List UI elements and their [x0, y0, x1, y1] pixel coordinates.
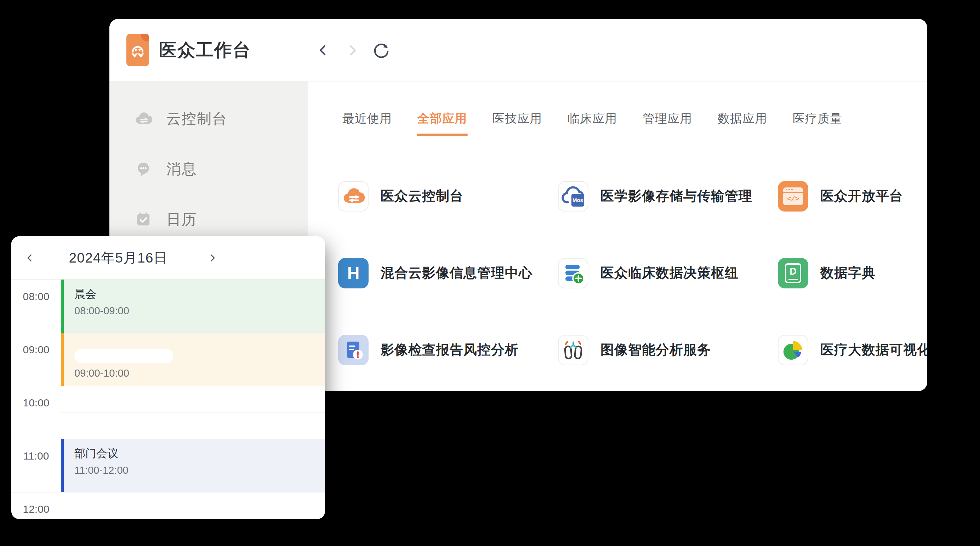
tab-recent[interactable]: 最近使用 — [342, 103, 392, 135]
tile-letter: D — [789, 266, 797, 277]
tab-management-apps[interactable]: 管理应用 — [643, 103, 692, 135]
cloud-console-icon — [135, 110, 152, 128]
cloud-sliders-icon — [342, 185, 365, 208]
desktop-background: 医众工作台 — [0, 0, 980, 546]
redacted-title-pill — [74, 349, 173, 363]
content-area: 最近使用 全部应用 医技应用 临床应用 管理应用 数据应用 医疗质量 — [309, 81, 927, 391]
forward-button[interactable] — [344, 42, 361, 59]
tab-data-apps[interactable]: 数据应用 — [718, 103, 767, 135]
app-logo-icon — [126, 34, 149, 66]
back-button[interactable] — [315, 42, 332, 59]
app-image-ai-analysis[interactable]: 图像智能分析服务 — [558, 311, 778, 388]
app-data-dictionary[interactable]: D 数据字典 — [778, 235, 927, 311]
letter-h-icon: H — [338, 258, 369, 288]
sidebar-item-label: 日历 — [166, 210, 197, 229]
event-time: 08:00-09:00 — [74, 305, 325, 317]
app-label: 数据字典 — [820, 264, 875, 282]
app-open-platform[interactable]: </> 医众开放平台 — [778, 158, 927, 235]
refresh-icon — [373, 42, 390, 59]
event-redacted[interactable]: 09:00-10:00 — [61, 333, 325, 386]
calendar-check-icon — [135, 211, 152, 228]
calendar-next-button[interactable] — [202, 236, 222, 279]
calendar-panel: 2024年5月16日 08:00 09:00 10:00 11:00 12:00 — [11, 236, 325, 519]
app-label: 影像检查报告风控分析 — [380, 341, 519, 359]
app-hybrid-cloud-center[interactable]: H 混合云影像信息管理中心 — [338, 235, 558, 311]
robot-face-icon — [128, 40, 148, 60]
event-morning-meeting[interactable]: 晨会 08:00-09:00 — [61, 279, 325, 333]
app-label: 医疗大数据可视化 — [820, 341, 927, 359]
chevron-right-icon — [207, 252, 218, 264]
calendar-row-1200: 12:00 — [11, 492, 325, 519]
half-hour-gridline — [61, 412, 325, 413]
nav-controls — [315, 19, 390, 81]
event-title: 晨会 — [74, 287, 325, 302]
calendar-date: 2024年5月16日 — [44, 236, 192, 279]
app-label: 医学影像存储与传输管理 — [600, 187, 752, 205]
time-label: 10:00 — [11, 397, 61, 409]
tab-all-apps[interactable]: 全部应用 — [417, 103, 467, 135]
calendar-prev-button[interactable] — [20, 236, 40, 279]
tab-medtech-apps[interactable]: 医技应用 — [493, 103, 542, 135]
refresh-button[interactable] — [373, 42, 390, 59]
sidebar-item-label: 消息 — [166, 160, 197, 179]
mos-badge: Mos — [571, 194, 584, 207]
sidebar-item-label: 云控制台 — [166, 109, 227, 129]
event-time: 09:00-10:00 — [74, 367, 325, 379]
lungs-ai-icon — [562, 339, 584, 361]
app-big-data-visualization[interactable]: 医疗大数据可视化 — [778, 311, 927, 388]
chevron-right-icon — [345, 43, 360, 58]
app-title: 医众工作台 — [159, 38, 251, 62]
sidebar-item-cloud-console[interactable]: 云控制台 — [110, 94, 309, 144]
time-label: 11:00 — [11, 450, 61, 462]
calendar-body: 08:00 09:00 10:00 11:00 12:00 晨会 08:00-0… — [11, 279, 325, 519]
tab-clinical-apps[interactable]: 临床应用 — [568, 103, 617, 135]
window-header: 医众工作台 — [110, 19, 927, 81]
tile-letter: H — [347, 263, 360, 283]
app-image-storage-transfer[interactable]: Mos 医学影像存储与传输管理 — [558, 158, 778, 235]
event-department-meeting[interactable]: 部门会议 11:00-12:00 — [61, 439, 325, 492]
app-label: 混合云影像信息管理中心 — [380, 264, 533, 282]
report-alert-icon — [338, 335, 369, 365]
app-label: 医众开放平台 — [820, 187, 903, 205]
time-label: 12:00 — [11, 503, 61, 515]
time-label: 08:00 — [11, 291, 61, 303]
app-grid: 医众云控制台 Mos 医学影像存储与传输管理 < — [338, 158, 927, 388]
dictionary-book-icon: D — [778, 258, 808, 288]
pie-chart-icon — [782, 339, 804, 361]
app-clinical-data-hub[interactable]: 医众临床数据决策枢纽 — [558, 235, 778, 311]
chevron-left-icon — [24, 252, 36, 264]
tab-bar: 最近使用 全部应用 医技应用 临床应用 管理应用 数据应用 医疗质量 — [326, 103, 919, 135]
app-report-risk-analysis[interactable]: 影像检查报告风控分析 — [338, 311, 558, 388]
event-title: 部门会议 — [74, 446, 325, 461]
app-label: 医众临床数据决策枢纽 — [600, 264, 738, 282]
time-label: 09:00 — [11, 344, 61, 356]
browser-code-icon: </> — [778, 181, 808, 212]
app-label: 医众云控制台 — [380, 187, 463, 205]
tab-medical-quality[interactable]: 医疗质量 — [793, 103, 842, 135]
sidebar-item-messages[interactable]: 消息 — [110, 144, 309, 194]
chevron-left-icon — [316, 43, 331, 58]
app-cloud-console[interactable]: 医众云控制台 — [338, 158, 558, 235]
code-glyph: </> — [783, 193, 803, 205]
database-plus-icon — [562, 262, 585, 285]
messages-bubble-icon — [135, 160, 152, 178]
app-label: 图像智能分析服务 — [600, 341, 711, 359]
event-time: 11:00-12:00 — [74, 465, 325, 476]
calendar-header: 2024年5月16日 — [11, 236, 325, 279]
